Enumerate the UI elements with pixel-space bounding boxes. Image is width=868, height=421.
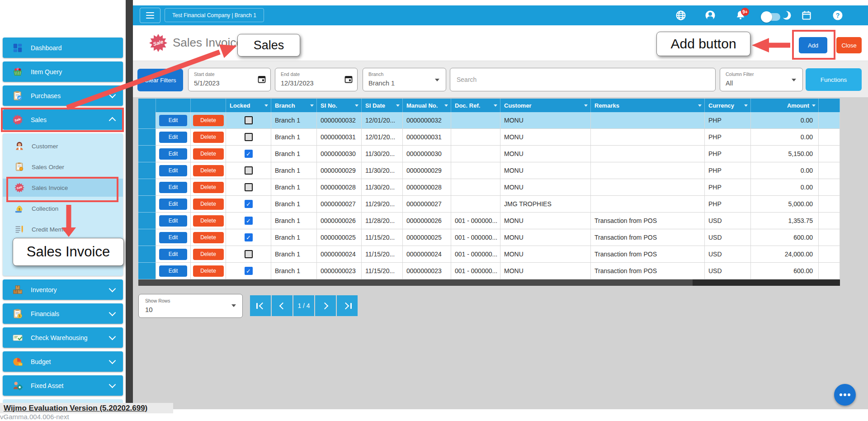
first-page-button[interactable] [250, 295, 271, 316]
edit-button[interactable]: Edit [159, 249, 187, 260]
table-row[interactable]: EditDelete✓Branch 1000000003011/30/20...… [138, 146, 840, 162]
delete-button[interactable]: Delete [193, 265, 224, 277]
row-header-cell[interactable] [138, 213, 156, 229]
table-row[interactable]: EditDeleteBranch 1000000003112/01/20...0… [138, 129, 840, 146]
sidebar-item-item-query[interactable]: Item Query [3, 61, 123, 82]
table-row[interactable]: EditDelete✓Branch 1000000002311/15/20...… [138, 263, 840, 279]
scrollbar-thumb[interactable] [138, 279, 693, 286]
filter-funnel-icon[interactable] [396, 104, 400, 107]
end-date-field[interactable]: End date 12/31/2023 [275, 68, 358, 91]
locked-checkbox[interactable]: ✓ [245, 233, 253, 241]
more-actions-fab[interactable] [834, 384, 856, 406]
sidebar-item-sales[interactable]: SaleSales [3, 109, 123, 130]
col-header-customer[interactable]: Customer [500, 99, 591, 112]
locked-checkbox[interactable] [245, 116, 253, 124]
edit-button[interactable]: Edit [159, 115, 187, 126]
row-header-cell[interactable] [138, 196, 156, 213]
locked-checkbox[interactable] [245, 133, 253, 141]
locked-checkbox[interactable]: ✓ [245, 267, 253, 275]
col-header-doc-ref-[interactable]: Doc. Ref. [451, 99, 500, 112]
sidebar-item-inventory[interactable]: Inventory [3, 279, 123, 300]
delete-button[interactable]: Delete [193, 232, 224, 243]
edit-button[interactable]: Edit [159, 199, 187, 210]
row-header-cell[interactable] [138, 162, 156, 179]
table-row[interactable]: EditDeleteBranch 1000000002411/15/20...0… [138, 246, 840, 263]
col-header-remarks[interactable]: Remarks [591, 99, 705, 112]
filter-funnel-icon[interactable] [355, 104, 359, 107]
company-selector[interactable]: Test Financial Company | Branch 1 [165, 8, 264, 22]
theme-toggle[interactable] [762, 13, 780, 21]
edit-button[interactable]: Edit [159, 165, 187, 176]
horizontal-scrollbar[interactable] [138, 279, 840, 286]
locked-checkbox[interactable] [245, 250, 253, 258]
last-page-button[interactable] [337, 295, 358, 316]
calendar-icon[interactable] [801, 9, 812, 21]
locked-checkbox[interactable]: ✓ [245, 200, 253, 208]
locked-checkbox[interactable]: ✓ [245, 217, 253, 225]
user-account-icon[interactable] [704, 9, 716, 21]
functions-button[interactable]: Functions [806, 68, 862, 91]
table-row[interactable]: EditDeleteBranch 1000000002911/30/20...0… [138, 162, 840, 179]
edit-button[interactable]: Edit [159, 232, 187, 243]
filter-funnel-icon[interactable] [812, 104, 816, 107]
col-header-manual-no-[interactable]: Manual No. [403, 99, 451, 112]
row-header-cell[interactable] [138, 263, 156, 279]
globe-icon[interactable] [675, 9, 687, 21]
filter-funnel-icon[interactable] [264, 104, 268, 107]
row-header-cell[interactable] [138, 246, 156, 263]
submenu-item-sales-invoice[interactable]: SaleSales Invoice [3, 179, 123, 197]
sidebar-item-dashboard[interactable]: Dashboard [3, 38, 123, 58]
table-row[interactable]: EditDeleteBranch 1000000003212/01/20...0… [138, 112, 840, 129]
calendar-picker-icon[interactable] [258, 75, 266, 85]
delete-button[interactable]: Delete [193, 199, 224, 210]
sidebar-item-budget[interactable]: Budget [3, 351, 123, 372]
delete-button[interactable]: Delete [193, 132, 224, 143]
edit-button[interactable]: Edit [159, 148, 187, 160]
filter-funnel-icon[interactable] [698, 104, 702, 107]
search-input[interactable] [450, 68, 715, 91]
calendar-picker-icon[interactable] [344, 75, 353, 85]
notifications-bell-icon[interactable]: 9+ [735, 9, 746, 21]
edit-button[interactable]: Edit [159, 182, 187, 193]
col-header-locked[interactable]: Locked [226, 99, 271, 112]
edit-button[interactable]: Edit [159, 132, 187, 143]
row-header-cell[interactable] [138, 146, 156, 162]
add-button[interactable]: Add [799, 37, 827, 53]
row-header-cell[interactable] [138, 112, 156, 129]
submenu-item-credit-memo[interactable]: Credit Memo [3, 220, 123, 238]
prev-page-button[interactable] [272, 295, 292, 316]
locked-checkbox[interactable]: ✓ [245, 150, 253, 158]
column-filter-select[interactable]: Column Filter All [720, 68, 803, 91]
delete-button[interactable]: Delete [193, 182, 224, 193]
show-rows-select[interactable]: Show Rows 10 [138, 294, 243, 318]
table-row[interactable]: EditDeleteBranch 1000000002811/30/20...0… [138, 179, 840, 196]
filter-funnel-icon[interactable] [494, 104, 497, 107]
col-header-currency[interactable]: Currency [705, 99, 751, 112]
locked-checkbox[interactable] [245, 166, 253, 175]
delete-button[interactable]: Delete [193, 165, 224, 176]
close-button[interactable]: Close [836, 37, 862, 53]
delete-button[interactable]: Delete [193, 148, 224, 160]
start-date-field[interactable]: Start date 5/1/2023 [188, 68, 271, 91]
clear-filters-button[interactable]: Clear Filters [137, 69, 183, 91]
edit-button[interactable]: Edit [159, 215, 187, 227]
filter-funnel-icon[interactable] [310, 104, 314, 107]
branch-select[interactable]: Branch Branch 1 [363, 68, 446, 91]
table-row[interactable]: EditDelete✓Branch 1000000002511/15/20...… [138, 229, 840, 246]
sidebar-item-financials[interactable]: $Financials [3, 303, 123, 324]
delete-button[interactable]: Delete [193, 215, 224, 227]
col-header-si-no-[interactable]: SI No. [317, 99, 362, 112]
edit-button[interactable]: Edit [159, 265, 187, 277]
submenu-item-customer[interactable]: Customer [3, 137, 123, 155]
filter-funnel-icon[interactable] [444, 104, 448, 107]
delete-button[interactable]: Delete [193, 115, 224, 126]
menu-icon[interactable] [140, 8, 160, 23]
submenu-item-collection[interactable]: $Collection [3, 199, 123, 218]
table-row[interactable]: EditDelete✓Branch 1000000002611/28/20...… [138, 213, 840, 229]
table-row[interactable]: EditDelete✓Branch 1000000002711/29/20...… [138, 196, 840, 213]
col-header-branch[interactable]: Branch [271, 99, 317, 112]
help-icon[interactable]: ? [832, 9, 844, 21]
sidebar-item-purchases[interactable]: Purchases [3, 85, 123, 106]
dark-mode-moon-icon[interactable] [781, 9, 793, 21]
row-header-cell[interactable] [138, 179, 156, 196]
